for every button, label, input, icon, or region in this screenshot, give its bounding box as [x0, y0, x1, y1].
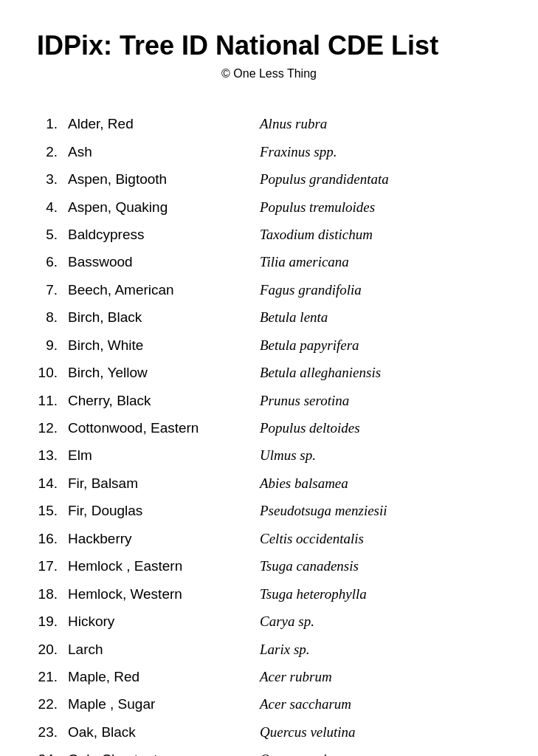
scientific-name: Carya sp.	[245, 611, 314, 632]
item-number: 15.	[37, 500, 68, 521]
tree-list: 1.Alder, RedAlnus rubra2.AshFraxinus spp…	[37, 110, 501, 756]
scientific-name: Abies balsamea	[245, 472, 348, 494]
common-name: Birch, Yellow	[68, 362, 245, 383]
list-item: 10.Birch, YellowBetula alleghaniensis	[37, 359, 501, 386]
item-number: 8.	[37, 306, 68, 328]
item-number: 22.	[37, 693, 68, 715]
list-item: 2.AshFraxinus spp.	[37, 138, 501, 165]
list-item: 18.Hemlock, WesternTsuga heterophylla	[37, 580, 501, 608]
common-name: Maple , Sugar	[68, 693, 245, 715]
common-name: Hemlock, Western	[68, 583, 245, 605]
scientific-name: Tsuga heterophylla	[245, 583, 367, 605]
common-name: Oak, Black	[68, 721, 245, 743]
list-item: 4.Aspen, QuakingPopulus tremuloides	[37, 193, 501, 221]
common-name: Alder, Red	[68, 113, 245, 134]
list-item: 21.Maple, RedAcer rubrum	[37, 663, 501, 690]
common-name: Hickory	[68, 611, 245, 632]
common-name: Basswood	[68, 251, 245, 272]
common-name: Birch, White	[68, 334, 245, 356]
item-number: 14.	[37, 472, 68, 494]
scientific-name: Prunus serotina	[245, 390, 349, 411]
item-number: 2.	[37, 141, 68, 162]
common-name: Aspen, Quaking	[68, 196, 245, 218]
list-item: 14.Fir, BalsamAbies balsamea	[37, 470, 501, 497]
scientific-name: Fagus grandifolia	[245, 279, 362, 300]
scientific-name: Taxodium distichum	[245, 224, 373, 245]
scientific-name: Celtis occidentalis	[245, 528, 364, 549]
list-item: 1.Alder, RedAlnus rubra	[37, 110, 501, 137]
common-name: Larch	[68, 639, 245, 660]
scientific-name: Populus grandidentata	[245, 168, 389, 190]
scientific-name: Larix sp.	[245, 639, 310, 660]
common-name: Cherry, Black	[68, 390, 245, 411]
scientific-name: Ulmus sp.	[245, 444, 316, 466]
list-item: 7.Beech, AmericanFagus grandifolia	[37, 276, 501, 303]
common-name: Hemlock , Eastern	[68, 555, 245, 577]
item-number: 17.	[37, 555, 68, 577]
item-number: 21.	[37, 666, 68, 687]
common-name: Elm	[68, 444, 245, 466]
item-number: 13.	[37, 444, 68, 466]
list-item: 3.Aspen, BigtoothPopulus grandidentata	[37, 165, 501, 193]
list-item: 8.Birch, BlackBetula lenta	[37, 303, 501, 331]
scientific-name: Populus tremuloides	[245, 196, 375, 218]
item-number: 19.	[37, 611, 68, 632]
item-number: 11.	[37, 390, 68, 411]
item-number: 3.	[37, 168, 68, 190]
item-number: 1.	[37, 113, 68, 134]
list-item: 19.HickoryCarya sp.	[37, 608, 501, 635]
list-item: 5.BaldcypressTaxodium distichum	[37, 221, 501, 248]
scientific-name: Betula papyrifera	[245, 334, 359, 356]
item-number: 20.	[37, 639, 68, 660]
common-name: Beech, American	[68, 279, 245, 300]
list-item: 12.Cottonwood, EasternPopulus deltoides	[37, 414, 501, 441]
common-name: Birch, Black	[68, 306, 245, 328]
item-number: 16.	[37, 528, 68, 549]
scientific-name: Quercus prinus	[245, 749, 346, 756]
item-number: 18.	[37, 583, 68, 605]
common-name: Cottonwood, Eastern	[68, 417, 245, 439]
common-name: Hackberry	[68, 528, 245, 549]
scientific-name: Populus deltoides	[245, 417, 360, 439]
common-name: Ash	[68, 141, 245, 162]
item-number: 4.	[37, 196, 68, 218]
scientific-name: Tilia americana	[245, 251, 349, 272]
item-number: 24.	[37, 749, 68, 756]
common-name: Fir, Douglas	[68, 500, 245, 521]
scientific-name: Acer saccharum	[245, 693, 351, 715]
list-item: 23.Oak, BlackQuercus velutina	[37, 718, 501, 746]
common-name: Maple, Red	[68, 666, 245, 687]
list-item: 22.Maple , SugarAcer saccharum	[37, 690, 501, 718]
common-name: Baldcypress	[68, 224, 245, 245]
item-number: 9.	[37, 334, 68, 356]
page-title: IDPix: Tree ID National CDE List	[37, 30, 501, 61]
list-item: 15.Fir, DouglasPseudotsuga menziesii	[37, 497, 501, 524]
scientific-name: Quercus velutina	[245, 721, 356, 743]
list-item: 11.Cherry, BlackPrunus serotina	[37, 387, 501, 414]
list-item: 13.ElmUlmus sp.	[37, 441, 501, 469]
list-item: 9.Birch, WhiteBetula papyrifera	[37, 331, 501, 359]
item-number: 5.	[37, 224, 68, 245]
item-number: 6.	[37, 251, 68, 272]
list-item: 20.LarchLarix sp.	[37, 636, 501, 663]
scientific-name: Acer rubrum	[245, 666, 332, 687]
item-number: 12.	[37, 417, 68, 439]
item-number: 23.	[37, 721, 68, 743]
item-number: 7.	[37, 279, 68, 300]
scientific-name: Pseudotsuga menziesii	[245, 500, 387, 521]
scientific-name: Betula lenta	[245, 306, 328, 328]
list-item: 6.BasswoodTilia americana	[37, 248, 501, 275]
common-name: Fir, Balsam	[68, 472, 245, 494]
scientific-name: Alnus rubra	[245, 113, 327, 134]
list-item: 16.Hackberry Celtis occidentalis	[37, 525, 501, 552]
scientific-name: Tsuga canadensis	[245, 555, 359, 577]
item-number: 10.	[37, 362, 68, 383]
common-name: Oak, Chestnut	[68, 749, 245, 756]
list-item: 17.Hemlock , EasternTsuga canadensis	[37, 552, 501, 580]
list-item: 24.Oak, ChestnutQuercus prinus	[37, 746, 501, 756]
copyright-text: © One Less Thing	[37, 67, 501, 80]
scientific-name: Fraxinus spp.	[245, 141, 337, 162]
scientific-name: Betula alleghaniensis	[245, 362, 381, 383]
common-name: Aspen, Bigtooth	[68, 168, 245, 190]
